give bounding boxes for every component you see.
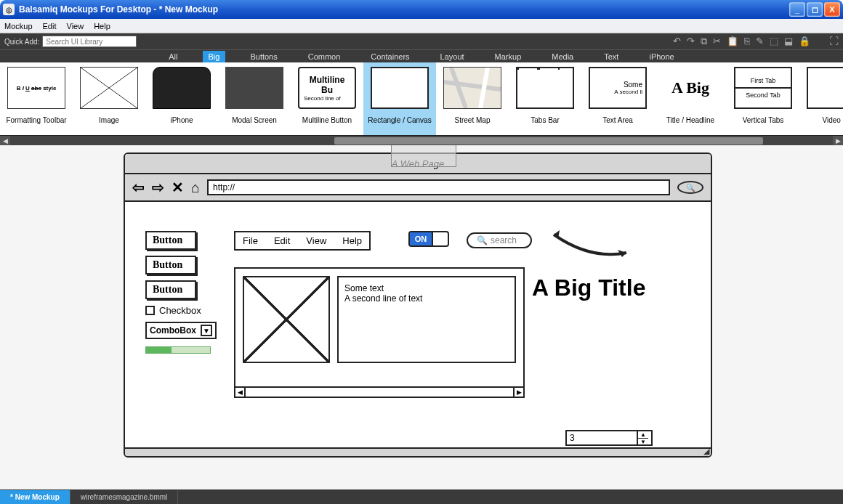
browser-toolbar: ⇦ ⇨ ✕ ⌂ http:// 🔍 [125,174,711,202]
menu-mockup[interactable]: Mockup [4,22,33,31]
lib-iphone[interactable]: iPhone [145,62,218,135]
mockup-big-title[interactable]: A Big Title [532,275,645,301]
mockup-checkbox[interactable]: Checkbox [145,305,217,316]
tab-new-mockup[interactable]: * New Mockup [0,490,70,504]
lock-icon[interactable]: 🔒 [799,36,810,47]
window-title: Balsamiq Mockups For Desktop - * New Moc… [19,4,218,15]
minimize-button[interactable]: _ [789,2,805,17]
ungroup-icon[interactable]: ⬓ [784,36,793,47]
menu-edit[interactable]: Edit [43,22,57,31]
mockup-button-2[interactable]: Button [145,256,196,275]
svg-line-3 [444,82,501,89]
lib-multiline-button[interactable]: Multiline BuSecond line of Multiline But… [291,62,363,135]
browser-statusbar: ◢ [125,447,711,456]
home-icon[interactable]: ⌂ [191,179,200,196]
library-scrollbar[interactable]: ◀ ▶ [0,135,843,145]
svg-line-2 [451,68,466,108]
copy-icon[interactable]: ⧉ [701,36,707,47]
app-menubar: Mockup Edit View Help [0,19,843,33]
drag-ghost-rectangle[interactable] [391,145,456,167]
cat-markup[interactable]: Markup [489,51,528,62]
cat-buttons[interactable]: Buttons [244,51,283,62]
lib-video-player[interactable]: Video Pl [799,62,843,135]
menu-view[interactable]: View [67,22,84,31]
resize-grip-icon[interactable]: ◢ [703,447,709,456]
mockup-browser-window[interactable]: A Web Page ⇦ ⇨ ✕ ⌂ http:// 🔍 Button Butt… [124,153,712,458]
lib-title-headline[interactable]: A Big Title / Headline [654,62,727,135]
lib-formatting-toolbar[interactable]: B I U abc style Formatting Toolbar [0,62,73,135]
undo-icon[interactable]: ↶ [673,36,681,47]
mockup-button-1[interactable]: Button [145,231,196,250]
lib-text-area[interactable]: SomeA second li Text Area [581,62,654,135]
lib-modal-screen[interactable]: Modal Screen [218,62,291,135]
mockup-h-scrollbar[interactable]: ◀ ▶ [235,386,523,397]
stop-icon[interactable]: ✕ [172,179,184,196]
document-tabs: * New Mockup wireframesmagazine.bmml [0,489,843,504]
paste-icon[interactable]: 📋 [727,36,738,47]
lib-rectangle-canvas[interactable]: Rectangle / Canvas [363,62,436,135]
mockup-image-placeholder[interactable] [243,276,330,363]
mockup-menubar[interactable]: File Edit View Help [234,231,371,251]
arrow-annotation-icon[interactable] [546,224,634,267]
edit-icon[interactable]: ✎ [756,36,764,47]
scroll-right-icon[interactable]: ▶ [833,136,843,146]
tab-wireframes-magazine[interactable]: wireframesmagazine.bmml [70,490,178,504]
cat-iphone[interactable]: iPhone [643,51,679,62]
close-button[interactable]: X [824,2,840,17]
cut-icon[interactable]: ✂ [713,36,721,47]
back-icon[interactable]: ⇦ [132,179,145,196]
left-column: Button Button Button Checkbox ComboBox▼ [145,231,217,354]
forward-icon[interactable]: ⇨ [152,179,164,196]
window-titlebar: ◎ Balsamiq Mockups For Desktop - * New M… [0,0,843,19]
mockup-textarea[interactable]: Some text A second line of text [337,276,516,363]
cat-big[interactable]: Big [203,51,226,62]
lib-tabs-bar[interactable]: OneTwo Tabs Bar [509,62,581,135]
quickadd-input[interactable] [42,36,137,47]
category-strip: All Big Buttons Common Containers Layout… [0,49,843,62]
canvas[interactable]: A Web Page ⇦ ⇨ ✕ ⌂ http:// 🔍 Button Butt… [0,145,843,489]
scroll-left-icon[interactable]: ◀ [0,136,10,146]
chevron-down-icon: ▼ [201,325,212,336]
cat-all[interactable]: All [163,51,183,62]
ui-library: B I U abc style Formatting Toolbar Image… [0,62,843,135]
mockup-combobox[interactable]: ComboBox▼ [145,322,217,339]
scroll-left-icon[interactable]: ◀ [235,388,246,397]
mockup-button-3[interactable]: Button [145,280,196,299]
scroll-right-icon[interactable]: ▶ [513,388,523,397]
toolbar: Quick Add: ↶ ↷ ⧉ ✂ 📋 ⎘ ✎ ⬚ ⬓ 🔒 ⛶ [0,33,843,49]
menu-help[interactable]: Help [94,22,110,31]
mockup-search-field[interactable]: 🔍 search [467,232,532,248]
step-up-icon[interactable]: ▲ [638,431,648,439]
mockup-numeric-stepper[interactable]: 3 ▲▼ [565,430,653,446]
mockup-toggle[interactable]: ON [408,231,449,247]
cat-layout[interactable]: Layout [435,51,470,62]
cat-media[interactable]: Media [546,51,579,62]
quickadd-label: Quick Add: [4,38,39,46]
lib-street-map[interactable]: Street Map [436,62,509,135]
lib-image[interactable]: Image [73,62,145,135]
lib-vertical-tabs[interactable]: First TabSecond Tab Vertical Tabs [727,62,799,135]
url-bar[interactable]: http:// [207,179,670,195]
search-oval-icon[interactable]: 🔍 [677,181,703,194]
maximize-button[interactable]: ◻ [807,2,823,17]
step-down-icon[interactable]: ▼ [638,439,648,445]
app-icon: ◎ [3,4,15,15]
cat-common[interactable]: Common [302,51,347,62]
scroll-thumb[interactable] [334,137,763,145]
mockup-scroll-container[interactable]: Some text A second line of text ◀ ▶ [234,267,525,398]
search-icon: 🔍 [477,235,488,245]
mockup-progress-bar[interactable] [145,346,211,354]
cat-containers[interactable]: Containers [365,51,415,62]
duplicate-icon[interactable]: ⎘ [744,36,750,47]
group-icon[interactable]: ⬚ [770,36,778,47]
cat-text[interactable]: Text [598,51,624,62]
redo-icon[interactable]: ↷ [687,36,695,47]
fullscreen-icon[interactable]: ⛶ [829,36,839,47]
